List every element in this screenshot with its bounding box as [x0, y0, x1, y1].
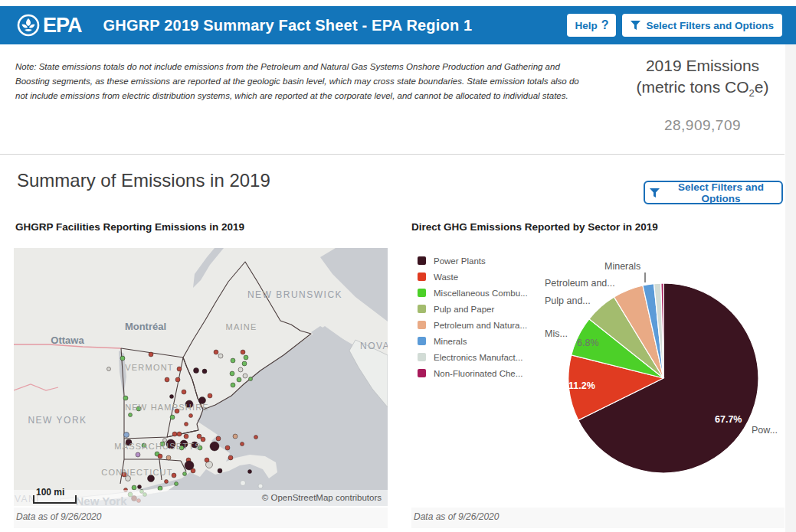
callout-petroleum: Petroleum and...	[545, 278, 615, 289]
filter-funnel-icon	[650, 188, 660, 197]
facility-dot[interactable]	[177, 432, 182, 436]
select-filters-button-section[interactable]: Select Filters and Options	[644, 181, 783, 204]
legend-item-1[interactable]: Waste	[418, 272, 528, 282]
facility-dot[interactable]	[172, 432, 177, 436]
pct-label-power: 67.7%	[715, 414, 742, 425]
facility-dot[interactable]	[107, 367, 111, 371]
facility-dot[interactable]	[249, 377, 253, 381]
facility-dot[interactable]	[158, 454, 162, 459]
legend-item-7[interactable]: Non-Fluorinated Che...	[418, 368, 528, 378]
page-title: GHGRP 2019 Summary Fact Sheet - EPA Regi…	[103, 17, 473, 34]
facility-dot[interactable]	[230, 371, 234, 376]
sector-pie-panel: Power PlantsWasteMiscellaneous Combu...P…	[411, 237, 785, 508]
facility-dot[interactable]	[120, 356, 125, 361]
select-filters-button-header[interactable]: Select Filters and Options	[622, 14, 782, 37]
facility-dot[interactable]	[201, 437, 205, 442]
facility-dot[interactable]	[242, 361, 247, 366]
facility-dot[interactable]	[248, 470, 252, 474]
facility-dot[interactable]	[149, 352, 153, 357]
facility-dot[interactable]	[170, 395, 174, 399]
facility-dot[interactable]	[214, 350, 218, 354]
facility-dot[interactable]	[136, 452, 140, 457]
facility-dot[interactable]	[191, 468, 195, 473]
legend-swatch	[418, 305, 426, 313]
legend-item-0[interactable]: Power Plants	[418, 256, 528, 266]
facility-dot[interactable]	[238, 367, 243, 372]
facilities-map[interactable]: OttawaMontréalMAINENEW BRUNSWICKNOVA SVE…	[14, 248, 388, 506]
legend-label: Waste	[434, 273, 458, 282]
kpi-value: 28,909,709	[611, 117, 794, 134]
legend-swatch	[418, 353, 426, 361]
legend-swatch	[418, 369, 426, 377]
facility-dot[interactable]	[165, 377, 169, 382]
facility-dot[interactable]	[129, 413, 133, 417]
facility-dot[interactable]	[244, 355, 248, 360]
map-scale-label: 100 mi	[36, 487, 64, 498]
callout-pulp: Pulp and...	[545, 295, 591, 306]
facility-dot[interactable]	[241, 350, 245, 354]
facility-dot[interactable]	[165, 480, 169, 484]
map-label: Ottawa	[51, 335, 84, 346]
app-header: EPA GHGRP 2019 Summary Fact Sheet - EPA …	[0, 6, 796, 44]
facility-dot[interactable]	[194, 368, 199, 374]
pct-label-misc: 6.8%	[577, 338, 599, 348]
facility-dot[interactable]	[216, 436, 221, 441]
facility-dot[interactable]	[170, 415, 175, 419]
facility-dot[interactable]	[123, 396, 128, 400]
facility-dot[interactable]	[185, 423, 188, 426]
map-label: MAINE	[226, 322, 257, 331]
facility-dot[interactable]	[228, 455, 233, 460]
facility-dot[interactable]	[175, 482, 179, 486]
map-data-as-of: Data as of 9/26/2020	[14, 508, 388, 528]
facility-dot[interactable]	[231, 383, 235, 387]
help-button-label: Help	[575, 20, 597, 31]
callout-minerals-leader	[644, 273, 646, 282]
legend-item-3[interactable]: Pulp and Paper	[418, 304, 528, 314]
legend-item-5[interactable]: Minerals	[418, 336, 528, 346]
facility-dot[interactable]	[183, 472, 187, 476]
facility-dot[interactable]	[225, 446, 230, 450]
epa-flower-icon	[17, 14, 40, 37]
question-mark-icon: ?	[601, 18, 609, 32]
facility-dot[interactable]	[231, 358, 235, 363]
map-label: NEW YORK	[28, 415, 87, 426]
facility-dot[interactable]	[202, 369, 207, 374]
facility-dot[interactable]	[218, 354, 223, 358]
facility-dot[interactable]	[241, 442, 244, 446]
state-emissions-note: Note: State emissions totals do not incl…	[15, 60, 588, 103]
map-label: NOVA S	[360, 341, 388, 351]
legend-swatch	[418, 337, 426, 345]
facility-dot[interactable]	[254, 436, 258, 439]
facility-dot[interactable]	[237, 377, 241, 382]
region-map-svg[interactable]: OttawaMontréalMAINENEW BRUNSWICKNOVA SVE…	[14, 248, 388, 506]
kpi-2019-emissions: 2019 Emissions (metric tons CO2e) 28,909…	[611, 55, 794, 134]
help-button[interactable]: Help ?	[567, 14, 616, 37]
facility-dot[interactable]	[189, 414, 193, 418]
facility-dot[interactable]	[243, 374, 247, 378]
facility-dot[interactable]	[205, 458, 209, 462]
section-divider	[0, 154, 785, 155]
legend-item-4[interactable]: Petroleum and Natura...	[418, 320, 528, 330]
scrollbar-track[interactable]	[785, 44, 796, 532]
facility-dot[interactable]	[177, 367, 182, 371]
facility-dot[interactable]	[233, 434, 237, 439]
facility-dot[interactable]	[210, 442, 219, 451]
select-filters-label: Select Filters and Options	[646, 20, 774, 31]
legend-label: Electronics Manufact...	[434, 353, 522, 362]
map-label: MASSACHUSETTS	[114, 442, 201, 451]
legend-item-6[interactable]: Electronics Manufact...	[418, 352, 528, 362]
facility-dot[interactable]	[138, 485, 142, 489]
facility-dot[interactable]	[184, 434, 188, 439]
facility-dot[interactable]	[208, 393, 212, 398]
legend-label: Pulp and Paper	[434, 305, 494, 314]
section-title: Summary of Emissions in 2019	[17, 170, 270, 191]
legend-label: Non-Fluorinated Che...	[434, 369, 522, 378]
pie-chart-title: Direct GHG Emissions Reported by Sector …	[411, 221, 658, 233]
facility-dot[interactable]	[182, 390, 186, 394]
facility-dot[interactable]	[166, 455, 171, 460]
facility-dot[interactable]	[124, 432, 129, 438]
facility-dot[interactable]	[175, 377, 180, 382]
facility-dot[interactable]	[218, 468, 222, 473]
legend-swatch	[418, 256, 426, 265]
legend-item-2[interactable]: Miscellaneous Combu...	[418, 288, 528, 298]
